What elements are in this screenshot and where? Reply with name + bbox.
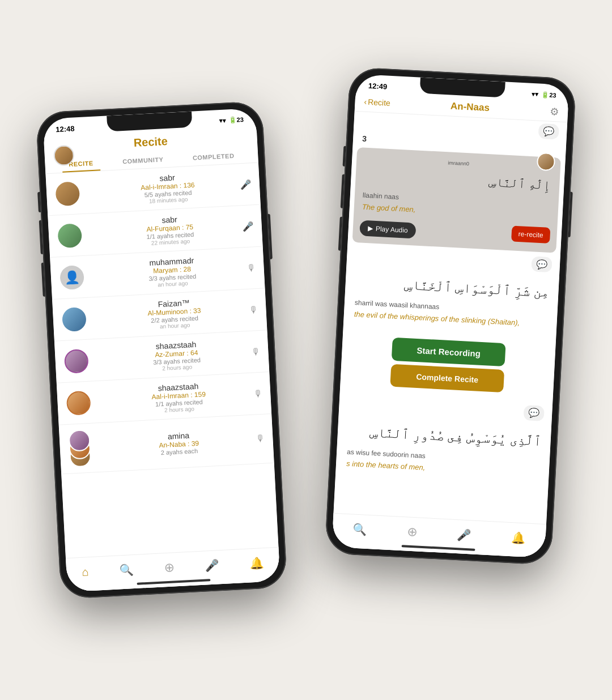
item-info: Faizan™ Al-Muminoon : 33 2/2 ayahs recit… — [91, 294, 258, 333]
mic-icon: 🎤 — [240, 178, 252, 190]
play-audio-label: Play Audio — [376, 225, 408, 234]
gear-icon[interactable]: ⚙ — [550, 105, 559, 118]
list-item[interactable]: amina An-Naba : 39 2 ayahs each 🎙 — [59, 414, 274, 475]
page-title: An-Naas — [450, 101, 490, 114]
avatar — [57, 223, 82, 248]
start-recording-button[interactable]: Start Recording — [392, 338, 506, 366]
mic-icon: 🎙 — [253, 388, 263, 399]
item-info: shaazstaah Az-Zumar : 64 3/3 ayahs recit… — [93, 336, 260, 375]
tab-completed[interactable]: COMPLETED — [185, 148, 241, 166]
avatar-image — [54, 146, 74, 165]
comment-icon-top[interactable]: 💬 — [538, 123, 559, 140]
re-recite-button[interactable]: re-recite — [511, 225, 550, 244]
phone-left: 12:48 ▾▾ 🔋23 Recite RECITE COMMUNITY COM… — [36, 101, 287, 599]
status-icons-right: ▾▾ 🔋23 — [532, 91, 556, 99]
recite2-app: ‹ Recite An-Naas ⚙ 💬 3 — [332, 92, 568, 558]
back-label: Recite — [368, 97, 390, 108]
complete-recite-button[interactable]: Complete Recite — [390, 364, 504, 392]
phone-volume-toggle-r[interactable] — [343, 146, 346, 167]
comment-icon-mid[interactable]: 💬 — [531, 256, 552, 272]
phone-right: 12:49 ▾▾ 🔋23 ‹ Recite An-Naas ⚙ — [325, 67, 576, 565]
item-info: muhammadr Maryam : 28 3/3 ayahs recited … — [89, 253, 256, 291]
phone-volume-toggle[interactable] — [37, 192, 41, 212]
wifi-icon-r: ▾▾ — [532, 91, 539, 99]
nav-add[interactable]: ⊕ — [164, 560, 175, 575]
nav-search-r[interactable]: 🔍 — [352, 522, 367, 536]
avatar — [55, 181, 80, 206]
phone-volume-down[interactable] — [41, 263, 45, 297]
mic-icon: 🎤 — [242, 220, 254, 232]
nav-mic[interactable]: 🎤 — [205, 558, 219, 573]
item-info: amina An-Naba : 39 2 ayahs each — [94, 427, 265, 460]
time-right: 12:49 — [368, 82, 388, 91]
nav-add-r[interactable]: ⊕ — [406, 524, 417, 540]
phone-right-screen: 12:49 ▾▾ 🔋23 ‹ Recite An-Naas ⚙ — [332, 74, 569, 558]
nav-search[interactable]: 🔍 — [119, 563, 134, 577]
avatar: 👤 — [60, 265, 84, 290]
action-buttons: Start Recording Complete Recite — [340, 326, 556, 405]
mic-icon: 🎙 — [246, 263, 256, 274]
nav-home[interactable]: ⌂ — [82, 565, 89, 579]
verse-card-2: مِن شَرِّ ٱلْوَسْوَاسِ ٱلْخَنَّاسِ sharr… — [343, 264, 559, 337]
back-button[interactable]: ‹ Recite — [364, 97, 390, 108]
home-bar-r — [402, 545, 475, 551]
chevron-left-icon: ‹ — [364, 97, 367, 106]
nav-mic-r[interactable]: 🎤 — [457, 528, 471, 542]
recite2-content: 💬 3 imraann0 إِلَٰهِ ٱلنَّاسِ llaahin na… — [333, 112, 567, 539]
avatar — [64, 348, 89, 373]
mic-icon: 🎙 — [256, 434, 265, 445]
verse-card-3: ٱلَّذِى يُوَسْوِسُ فِى صُدُورِ ٱلنَّاسِ … — [335, 413, 551, 486]
tab-community[interactable]: COMMUNITY — [116, 152, 171, 170]
nav-bell[interactable]: 🔔 — [249, 556, 264, 570]
play-audio-button[interactable]: ▶ Play Audio — [359, 220, 416, 238]
item-info: shaazstaah Aal-i-Imraan : 159 1/1 ayahs … — [95, 378, 262, 417]
item-info: sabr Aal-i-Imraan : 136 5/5 ayahs recite… — [84, 169, 251, 207]
avatar — [62, 306, 87, 331]
play-icon: ▶ — [368, 224, 373, 232]
battery-icon: 🔋23 — [228, 116, 244, 124]
status-icons-left: ▾▾ 🔋23 — [219, 116, 244, 125]
wifi-icon: ▾▾ — [219, 117, 226, 125]
comment-icon-bot[interactable]: 💬 — [524, 405, 545, 421]
recite-app: Recite RECITE COMMUNITY COMPLETED sabr A… — [44, 126, 280, 592]
phone-volume-up[interactable] — [39, 220, 43, 254]
item-info: sabr Al-Furqaan : 75 1/1 ayahs recited 2… — [87, 211, 253, 249]
verse-card-1: imraann0 إِلَٰهِ ٱلنَّاسِ llaahin naas T… — [352, 147, 561, 253]
phone-power-button[interactable] — [268, 214, 273, 259]
stacked-avatars — [68, 429, 95, 468]
phone-volume-down-r[interactable] — [338, 217, 342, 251]
phone-left-screen: 12:48 ▾▾ 🔋23 Recite RECITE COMMUNITY COM… — [42, 108, 280, 592]
time-left: 12:48 — [56, 125, 75, 134]
avatar — [66, 390, 91, 415]
nav-bell-r[interactable]: 🔔 — [511, 531, 526, 545]
mic-icon: 🎙 — [251, 346, 261, 357]
battery-icon-r: 🔋23 — [541, 91, 556, 99]
recite-list: sabr Aal-i-Imraan : 136 5/5 ayahs recite… — [45, 163, 279, 585]
phone-power-button-r[interactable] — [568, 192, 573, 237]
phones-container: 12:48 ▾▾ 🔋23 Recite RECITE COMMUNITY COM… — [37, 39, 575, 661]
mic-icon: 🎙 — [249, 304, 258, 315]
home-bar — [137, 579, 210, 585]
phone-volume-up-r[interactable] — [341, 174, 345, 208]
